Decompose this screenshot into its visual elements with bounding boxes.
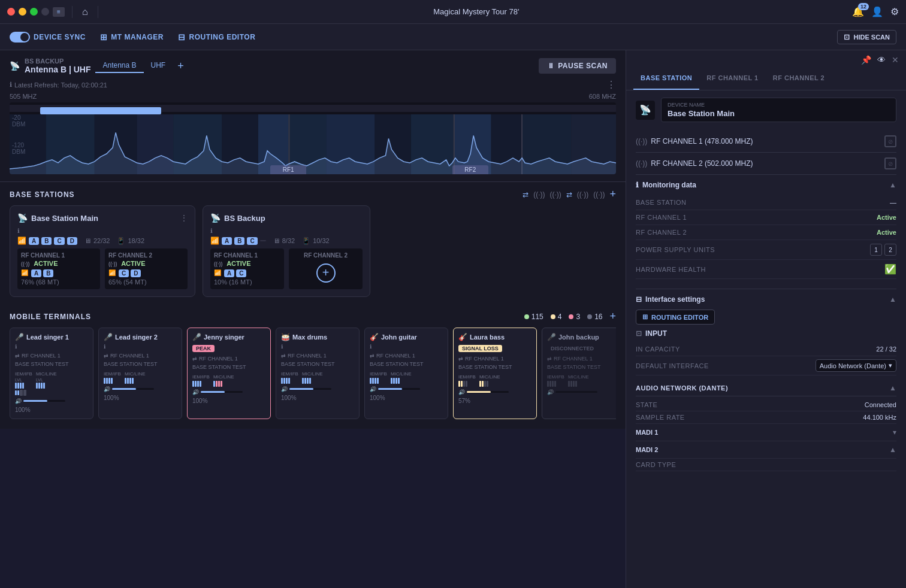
rf1-status-icon: ((·)) xyxy=(21,261,30,267)
tab-rf-channel-2[interactable]: RF CHANNEL 2 xyxy=(766,67,832,90)
mt-card-lead-singer-1[interactable]: 🎤 Lead singer 1 ℹ ⇄ RF CHANNEL 1 BASE ST… xyxy=(10,328,93,419)
mt-card-lead-singer-2[interactable]: 🎤 Lead singer 2 ℹ ⇄RF CHANNEL 1 BASE STA… xyxy=(98,328,182,419)
count-red: 3 xyxy=(569,313,580,321)
pause-label: PAUSE SCAN xyxy=(558,62,608,70)
pin-icon[interactable]: 📌 xyxy=(861,55,871,65)
hide-scan-label: HIDE SCAN xyxy=(853,34,890,41)
mt-laura-rf: ⇄RF CHANNEL 1 BASE STATION TEST xyxy=(458,354,531,372)
capacity-1-value: 22/32 xyxy=(93,237,110,244)
notification-badge: 12 xyxy=(858,3,869,10)
rf2-mon-value: Active xyxy=(877,229,896,236)
mt-card-max[interactable]: 🥁 Max drums ℹ ⇄RF CHANNEL 1 BASE STATION… xyxy=(276,328,360,419)
more-options-button[interactable]: ⋮ xyxy=(606,79,616,90)
minimize-button[interactable] xyxy=(19,8,26,16)
dante-state-value: Connected xyxy=(865,401,896,408)
mobile-terminals-section: MOBILE TERMINALS 115 4 3 xyxy=(0,304,626,429)
pause-scan-button[interactable]: ⏸ PAUSE SCAN xyxy=(539,58,616,74)
madi-2-row[interactable]: MADI 2 ▲ xyxy=(636,441,896,459)
dante-state-label: STATE xyxy=(636,401,657,408)
rf1-marker: RF1 xyxy=(270,165,306,174)
scan-info: ℹ Latest Refresh: Today, 02:00:21 ⋮ xyxy=(10,79,616,90)
settings-button[interactable]: ⚙ xyxy=(890,6,899,17)
bs-main-info-icon: ℹ xyxy=(17,228,188,234)
device-sync-toggle[interactable] xyxy=(10,32,30,43)
psu-2-badge: 2 xyxy=(884,244,896,256)
mt-max-vol: 🔊 xyxy=(281,386,354,392)
in-capacity-value: 22 / 32 xyxy=(876,345,896,353)
bs-backup-rf1-block: RF CHANNEL 1 ((·)) ACTIVE 📶 A C 10% (16 … xyxy=(210,248,284,289)
top-bar: ≡ ⌂ Magical Mystery Tour 78' 🔔 12 👤 ⚙ xyxy=(0,0,906,24)
tab-rf-channel-1[interactable]: RF CHANNEL 1 xyxy=(699,67,765,90)
monitoring-chevron: ▲ xyxy=(889,181,896,189)
mt-card-jenny[interactable]: 🎤 Jenny singer PEAK ⇄RF CHANNEL 1 BASE S… xyxy=(187,328,271,419)
nav-mt-manager[interactable]: ⊞ MT MANAGER xyxy=(100,32,164,42)
default-interface-value: Audio Network (Dante) xyxy=(820,362,886,369)
routing-editor-button[interactable]: ⊞ ROUTING EDITOR xyxy=(636,310,715,325)
bs-card-backup-title: 📡 BS Backup xyxy=(210,213,265,223)
add-rf-channel-button[interactable]: + xyxy=(316,263,336,283)
mt-2-rf-ch: RF CHANNEL 1 xyxy=(110,351,149,360)
notification-button[interactable]: 🔔 12 xyxy=(852,6,864,17)
yellow-dot xyxy=(551,314,555,319)
home-button[interactable]: ⌂ xyxy=(80,4,90,20)
interface-header[interactable]: ⊟ Interface settings ▲ xyxy=(636,289,896,310)
mt-john-g-station: BASE STATION TEST xyxy=(370,360,443,368)
bs-backup-capacities: 🖥 8/32 📱 10/32 xyxy=(273,237,330,245)
maximize-button[interactable] xyxy=(30,8,38,16)
madi-1-chevron: ▾ xyxy=(893,428,896,437)
backup-antenna-icon: 📶 xyxy=(210,237,219,245)
eye-icon[interactable]: 👁 xyxy=(877,55,886,65)
add-mt-button[interactable]: + xyxy=(609,310,616,323)
bs-main-rf2-block: RF CHANNEL 2 ((·)) ACTIVE 📶 C D 65% (54 … xyxy=(105,248,188,289)
hide-scan-button[interactable]: ⊡ HIDE SCAN xyxy=(837,30,896,44)
mt-card-john-backup[interactable]: 🎤 John backup DISCONNECTED ⇄RF CHANNEL 1… xyxy=(542,328,616,419)
nav-routing-editor[interactable]: ⊟ ROUTING EDITOR xyxy=(178,32,255,42)
jenny-peak-badge: PEAK xyxy=(192,345,215,352)
bs-card-main-header: 📡 Base Station Main ⋮ xyxy=(17,213,188,223)
mt-card-laura[interactable]: 🎸 Laura bass SIGNAL LOSS ⇄RF CHANNEL 1 B… xyxy=(453,328,537,419)
tab-base-station[interactable]: BASE STATION xyxy=(633,67,699,90)
rf2-antennas: 📶 C D xyxy=(108,269,184,277)
ant-d: D xyxy=(67,237,77,245)
mt-1-rf-ch: RF CHANNEL 1 xyxy=(22,351,61,360)
rf1-status: ((·)) ACTIVE xyxy=(21,260,96,267)
mt-card-john-guitar[interactable]: 🎸 John guitar ℹ ⇄RF CHANNEL 1 BASE STATI… xyxy=(364,328,448,419)
mic-section: MIC/LINE LVL xyxy=(36,371,57,396)
bs-main-more-button[interactable]: ⋮ xyxy=(180,214,188,222)
input-section: ⊡ INPUT xyxy=(636,325,896,343)
dante-header[interactable]: AUDIO NETWORK (DANTE) ▲ xyxy=(636,380,896,396)
route-icon-2: ⇄ xyxy=(566,190,572,199)
capacity-1: 🖥 22/32 xyxy=(84,237,110,245)
madi-1-row[interactable]: MADI 1 ▾ xyxy=(636,424,896,441)
add-antenna-button[interactable]: + xyxy=(177,60,184,72)
backup-cap-2: 10/32 xyxy=(313,237,330,244)
backup-rf1-antennas: 📶 A C xyxy=(214,269,280,277)
antenna-tab-uhf[interactable]: UHF xyxy=(144,59,173,73)
default-interface-row: DEFAULT INTERFACE Audio Network (Dante) … xyxy=(636,356,896,375)
psu-badges: 1 2 xyxy=(870,244,896,256)
routing-editor-icon: ⊞ xyxy=(642,313,648,321)
mt-john-b-rf: ⇄RF CHANNEL 1 BASE STATION TEST xyxy=(547,354,616,372)
collapse-icon[interactable]: ✕ xyxy=(892,55,899,65)
nav-device-sync[interactable]: DEVICE SYNC xyxy=(10,32,86,43)
mt-john-b-rf-ch: RF CHANNEL 1 xyxy=(554,354,593,363)
add-base-station-button[interactable]: + xyxy=(609,188,616,201)
ant-c: C xyxy=(54,237,64,245)
mt-counts: 115 4 3 16 + xyxy=(524,310,616,323)
madi-2-label: MADI 2 xyxy=(636,446,658,453)
mt-max-icon: 🥁 xyxy=(281,333,290,341)
monitoring-rf2: RF CHANNEL 2 Active xyxy=(636,225,896,240)
monitoring-header[interactable]: ℹ Monitoring data ▲ xyxy=(636,175,896,195)
antenna-tab-b[interactable]: Antenna B xyxy=(95,59,143,73)
default-interface-select[interactable]: Audio Network (Dante) ▾ xyxy=(816,359,896,372)
close-button[interactable] xyxy=(7,8,15,16)
mt-john-g-icon: 🎸 xyxy=(370,333,379,341)
profile-button[interactable]: 👤 xyxy=(871,6,883,17)
gray-dot xyxy=(587,314,592,319)
bs-backup-antennas: 📶 A B C 🖥 8/32 📱 10/32 xyxy=(210,237,363,245)
rf1-mon-value: Active xyxy=(877,214,896,221)
backup-rf1-icon: ((·)) xyxy=(214,261,223,267)
spectrum-range-bg xyxy=(10,105,616,112)
rf2-mon-label: RF CHANNEL 2 xyxy=(636,229,687,236)
bs-backup-rf-channels: RF CHANNEL 1 ((·)) ACTIVE 📶 A C 10% (16 … xyxy=(210,248,363,289)
